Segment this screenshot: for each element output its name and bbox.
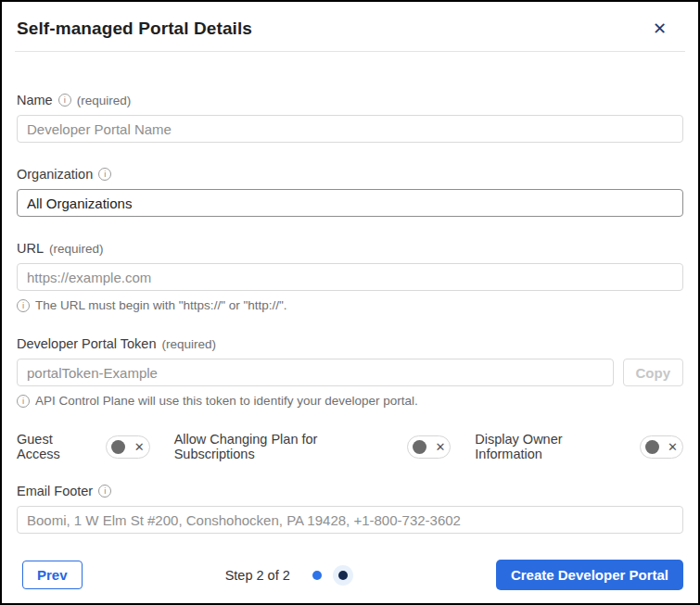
display-owner-info-label: Display Owner Information	[475, 432, 630, 461]
name-required-text: (required)	[77, 94, 132, 107]
organization-label-text: Organization	[17, 167, 93, 182]
allow-changing-plan-label: Allow Changing Plan for Subscriptions	[174, 432, 399, 461]
toggle-knob	[111, 440, 125, 454]
email-footer-label-text: Email Footer	[17, 484, 93, 498]
self-managed-portal-details-modal: Self-managed Portal Details ✕ Name i (re…	[0, 0, 700, 605]
modal-footer: Prev Step 2 of 2 Create Developer Portal	[2, 560, 698, 605]
email-footer-field-group: Email Footer i	[17, 484, 683, 534]
guest-access-toggle[interactable]: ✕	[106, 435, 149, 459]
step-dots	[312, 565, 353, 586]
step-indicator: Step 2 of 2	[83, 565, 496, 586]
token-row: Copy	[17, 359, 683, 386]
allow-changing-plan-toggle-item: Allow Changing Plan for Subscriptions ✕	[174, 432, 452, 461]
create-developer-portal-button[interactable]: Create Developer Portal	[496, 560, 683, 590]
info-icon[interactable]: i	[98, 485, 111, 498]
url-label-text: URL	[17, 241, 44, 256]
organization-field-group: Organization i	[17, 167, 683, 217]
toggle-off-icon: ✕	[435, 441, 445, 453]
modal-body: Name i (required) Organization i URL (re…	[2, 52, 698, 558]
token-input[interactable]	[17, 359, 614, 386]
name-input[interactable]	[17, 115, 683, 143]
url-field-group: URL (required) i The URL must begin with…	[17, 241, 683, 312]
step-dot-1	[312, 571, 322, 580]
token-label-text: Developer Portal Token	[17, 336, 156, 351]
page-title: Self-managed Portal Details	[17, 17, 252, 39]
info-icon[interactable]: i	[58, 94, 71, 107]
prev-button[interactable]: Prev	[22, 561, 83, 589]
token-required-text: (required)	[161, 337, 216, 351]
toggle-knob	[413, 440, 426, 454]
toggles-row: Guest Access ✕ Allow Changing Plan for S…	[17, 432, 683, 461]
guest-access-toggle-item: Guest Access ✕	[17, 432, 150, 461]
step-text: Step 2 of 2	[225, 568, 290, 583]
info-icon: i	[17, 395, 30, 408]
toggle-knob	[645, 440, 659, 454]
close-icon[interactable]: ✕	[649, 19, 670, 39]
token-label: Developer Portal Token (required)	[17, 336, 683, 351]
url-helper-text: The URL must begin with "https://" or "h…	[35, 298, 287, 312]
name-label: Name i (required)	[17, 93, 683, 107]
toggle-off-icon: ✕	[668, 441, 678, 453]
copy-button[interactable]: Copy	[623, 359, 684, 386]
name-label-text: Name	[17, 93, 53, 107]
token-field-group: Developer Portal Token (required) Copy i…	[17, 336, 683, 408]
toggle-off-icon: ✕	[134, 441, 145, 453]
info-icon: i	[17, 299, 30, 312]
email-footer-input[interactable]	[17, 506, 683, 534]
token-helper-text: API Control Plane will use this token to…	[35, 394, 418, 408]
organization-label: Organization i	[17, 167, 683, 182]
modal-header: Self-managed Portal Details ✕	[2, 2, 698, 39]
allow-changing-plan-toggle[interactable]: ✕	[407, 435, 451, 459]
name-field-group: Name i (required)	[17, 93, 683, 143]
url-label: URL (required)	[17, 241, 683, 256]
url-helper: i The URL must begin with "https://" or …	[17, 298, 683, 312]
info-icon[interactable]: i	[98, 168, 111, 181]
email-footer-label: Email Footer i	[17, 484, 683, 498]
token-helper: i API Control Plane will use this token …	[17, 394, 683, 408]
step-dot-2-current	[338, 571, 348, 580]
organization-input[interactable]	[17, 189, 683, 217]
guest-access-label: Guest Access	[17, 432, 97, 461]
display-owner-info-toggle[interactable]: ✕	[640, 435, 683, 459]
url-required-text: (required)	[49, 242, 104, 256]
step-dot-2-halo	[333, 565, 353, 586]
display-owner-info-toggle-item: Display Owner Information ✕	[475, 432, 683, 461]
url-input[interactable]	[17, 263, 683, 291]
